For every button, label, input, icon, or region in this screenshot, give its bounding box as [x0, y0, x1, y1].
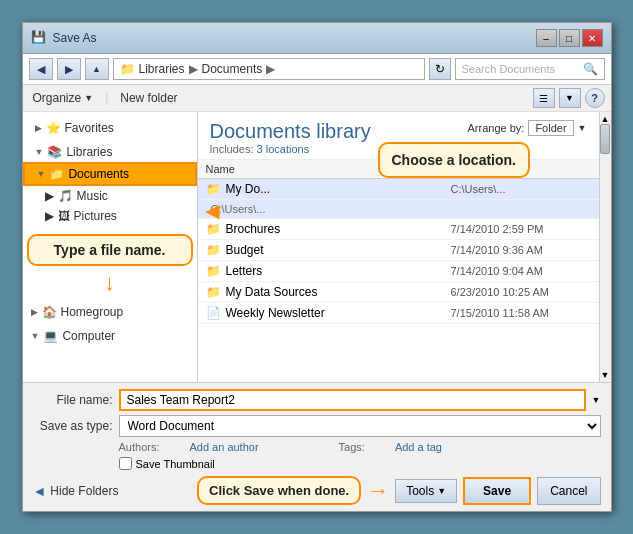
up-button[interactable]: ▲: [85, 58, 109, 80]
star-icon: ⭐: [46, 121, 61, 135]
cancel-button[interactable]: Cancel: [537, 477, 600, 505]
file-name-cell: 📄 Weekly Newsletter: [206, 306, 451, 320]
save-area: Click Save when done. → Tools ▼ Save Can…: [197, 476, 600, 505]
libraries-section: ▼ 📚 Libraries ▼ 📁 Documents ▶ 🎵 Music: [23, 140, 197, 228]
file-icon: 📄: [206, 306, 221, 320]
includes-label: Includes:: [210, 143, 257, 155]
libraries-arrow: ▼: [35, 147, 44, 157]
breadcrumb[interactable]: 📁 Libraries ▶ Documents ▶: [113, 58, 425, 80]
title-bar-left: 💾 Save As: [31, 30, 97, 46]
file-date: 6/23/2010 10:25 AM: [451, 286, 591, 298]
address-bar: ◀ ▶ ▲ 📁 Libraries ▶ Documents ▶ ↻ Search…: [23, 54, 611, 85]
sidebar-item-libraries[interactable]: ▼ 📚 Libraries: [23, 142, 197, 162]
tooltip-save: Click Save when done.: [197, 476, 361, 505]
filename-input[interactable]: [119, 389, 586, 411]
tools-chevron: ▼: [437, 486, 446, 496]
close-button[interactable]: ✕: [582, 29, 603, 47]
main-wrapper: ▶ ⭐ Favorites ▼ 📚 Libraries ▼ 📁: [23, 112, 611, 382]
pictures-arrow: ▶: [45, 209, 54, 223]
forward-button[interactable]: ▶: [57, 58, 81, 80]
thumbnail-checkbox[interactable]: [119, 457, 132, 470]
arrange-chevron: ▼: [578, 123, 587, 133]
file-date: 7/14/2010 9:04 AM: [451, 265, 591, 277]
sidebar-item-music[interactable]: ▶ 🎵 Music: [23, 186, 197, 206]
savetype-select[interactable]: Word Document: [119, 415, 601, 437]
music-label: Music: [77, 189, 108, 203]
pictures-icon: 🖼: [58, 209, 70, 223]
favorites-arrow: ▶: [35, 123, 42, 133]
view-chevron[interactable]: ▼: [559, 88, 581, 108]
tooltip-choose-text: Choose a location.: [392, 152, 516, 168]
sidebar-item-pictures[interactable]: ▶ 🖼 Pictures: [23, 206, 197, 226]
file-name: Budget: [226, 243, 264, 257]
file-name-cell: 📁 My Data Sources: [206, 285, 451, 299]
pinned-name-2: C:\Users\...: [206, 203, 591, 215]
save-button[interactable]: Save: [463, 477, 531, 505]
search-placeholder: Search Documents: [462, 63, 556, 75]
scrollbar-vertical[interactable]: ▲ ▼: [599, 112, 611, 382]
breadcrumb-libraries[interactable]: Libraries: [139, 62, 185, 76]
file-name: Brochures: [226, 222, 281, 236]
view-button[interactable]: ☰: [533, 88, 555, 108]
action-buttons: Tools ▼ Save Cancel: [395, 477, 600, 505]
breadcrumb-sep1: ▶: [189, 62, 198, 76]
scroll-down-arrow[interactable]: ▼: [601, 370, 610, 380]
thumbnail-row: Save Thumbnail: [33, 457, 601, 470]
breadcrumb-documents[interactable]: Documents: [202, 62, 263, 76]
file-row[interactable]: 📁 Letters 7/14/2010 9:04 AM: [198, 261, 599, 282]
back-button[interactable]: ◀: [29, 58, 53, 80]
sidebar-item-homegroup[interactable]: ▶ 🏠 Homegroup: [23, 302, 197, 322]
sidebar-item-documents[interactable]: ▼ 📁 Documents: [23, 162, 197, 186]
file-icon: 📁: [206, 264, 221, 278]
arrow-right-icon: ◄: [201, 197, 225, 224]
file-list: 📁 Brochures 7/14/2010 2:59 PM 📁 Budget 7…: [198, 219, 599, 382]
hide-folders-button[interactable]: ◄ Hide Folders: [33, 483, 119, 499]
library-info: Documents library Includes: 3 locations: [210, 120, 371, 155]
file-icon: 📁: [206, 285, 221, 299]
file-row[interactable]: 📄 Weekly Newsletter 7/15/2010 11:58 AM: [198, 303, 599, 324]
homegroup-label: Homegroup: [61, 305, 124, 319]
favorites-label: Favorites: [65, 121, 114, 135]
window-controls: – □ ✕: [536, 29, 603, 47]
file-row-pinned-1[interactable]: 📁 My Do... C:\Users\...: [198, 179, 599, 200]
documents-folder-icon: 📁: [49, 167, 64, 181]
tooltip-save-text: Click Save when done.: [209, 483, 349, 498]
file-row[interactable]: 📁 Brochures 7/14/2010 2:59 PM: [198, 219, 599, 240]
sidebar-item-computer[interactable]: ▼ 💻 Computer: [23, 326, 197, 346]
toolbar-divider: |: [105, 91, 108, 105]
file-row-pinned-2[interactable]: C:\Users\...: [198, 200, 599, 219]
breadcrumb-sep2: ▶: [266, 62, 275, 76]
add-author-link[interactable]: Add an author: [189, 441, 258, 453]
main-content: ▶ ⭐ Favorites ▼ 📚 Libraries ▼ 📁: [23, 112, 611, 382]
maximize-button[interactable]: □: [559, 29, 580, 47]
add-tag-link[interactable]: Add a tag: [395, 441, 442, 453]
organize-chevron: ▼: [84, 93, 93, 103]
toolbar-right: ☰ ▼ ?: [533, 88, 605, 108]
documents-arrow: ▼: [37, 169, 46, 179]
save-label: Save: [483, 484, 511, 498]
scroll-up-arrow[interactable]: ▲: [601, 114, 610, 124]
filename-dropdown-arrow[interactable]: ▼: [592, 395, 601, 405]
sidebar-item-favorites[interactable]: ▶ ⭐ Favorites: [23, 118, 197, 138]
hide-folders-arrow-icon: ◄: [33, 483, 47, 499]
scroll-thumb[interactable]: [600, 124, 610, 154]
title-bar: 💾 Save As – □ ✕: [23, 23, 611, 54]
cancel-label: Cancel: [550, 484, 587, 498]
save-as-dialog: 💾 Save As – □ ✕ ◀ ▶ ▲ 📁 Libraries ▶ Docu…: [22, 22, 612, 512]
locations-link[interactable]: 3 locations: [257, 143, 310, 155]
file-row[interactable]: 📁 My Data Sources 6/23/2010 10:25 AM: [198, 282, 599, 303]
minimize-button[interactable]: –: [536, 29, 557, 47]
search-icon[interactable]: 🔍: [583, 62, 598, 76]
refresh-button[interactable]: ↻: [429, 58, 451, 80]
library-includes: Includes: 3 locations: [210, 143, 371, 155]
arrange-dropdown[interactable]: Folder: [528, 120, 573, 136]
new-folder-button[interactable]: New folder: [116, 89, 181, 107]
search-box[interactable]: Search Documents 🔍: [455, 58, 605, 80]
libraries-label: Libraries: [66, 145, 112, 159]
tags-label: Tags:: [339, 441, 365, 453]
tools-button[interactable]: Tools ▼: [395, 479, 457, 503]
filename-row: File name: ▼: [33, 389, 601, 411]
organize-button[interactable]: Organize ▼: [29, 89, 98, 107]
help-button[interactable]: ?: [585, 88, 605, 108]
file-row[interactable]: 📁 Budget 7/14/2010 9:36 AM: [198, 240, 599, 261]
